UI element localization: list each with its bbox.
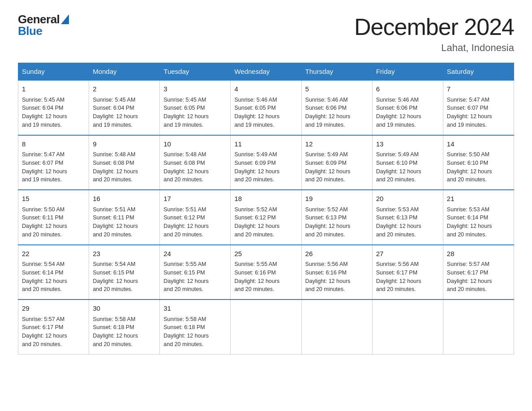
day-number: 26	[305, 249, 369, 259]
day-number: 17	[163, 194, 227, 204]
calendar-cell: 3Sunrise: 5:45 AMSunset: 6:05 PMDaylight…	[160, 80, 231, 135]
title-section: December 2024 Lahat, Indonesia	[354, 13, 514, 54]
calendar-cell: 7Sunrise: 5:47 AMSunset: 6:07 PMDaylight…	[443, 80, 514, 135]
day-detail: Sunrise: 5:57 AMSunset: 6:17 PMDaylight:…	[22, 315, 85, 349]
calendar-week-row-3: 15Sunrise: 5:50 AMSunset: 6:11 PMDayligh…	[18, 190, 514, 245]
day-number: 16	[93, 194, 156, 204]
calendar-cell: 6Sunrise: 5:46 AMSunset: 6:06 PMDaylight…	[372, 80, 443, 135]
weekday-header-tuesday: Tuesday	[160, 63, 231, 81]
day-number: 24	[163, 249, 227, 259]
day-detail: Sunrise: 5:53 AMSunset: 6:13 PMDaylight:…	[376, 206, 439, 239]
calendar-cell: 1Sunrise: 5:45 AMSunset: 6:04 PMDaylight…	[18, 80, 89, 135]
calendar-cell: 11Sunrise: 5:49 AMSunset: 6:09 PMDayligh…	[231, 135, 301, 190]
weekday-header-saturday: Saturday	[443, 63, 514, 81]
day-number: 2	[93, 84, 156, 94]
day-detail: Sunrise: 5:54 AMSunset: 6:14 PMDaylight:…	[22, 260, 85, 294]
day-number: 15	[22, 194, 85, 204]
calendar-cell: 14Sunrise: 5:50 AMSunset: 6:10 PMDayligh…	[443, 135, 514, 190]
page-header: General Blue December 2024 Lahat, Indone…	[18, 13, 514, 54]
calendar-cell: 27Sunrise: 5:56 AMSunset: 6:17 PMDayligh…	[372, 245, 443, 300]
calendar-cell	[231, 300, 301, 354]
calendar-cell: 31Sunrise: 5:58 AMSunset: 6:18 PMDayligh…	[160, 300, 231, 354]
day-detail: Sunrise: 5:54 AMSunset: 6:15 PMDaylight:…	[93, 260, 156, 294]
day-number: 5	[305, 84, 369, 94]
day-detail: Sunrise: 5:49 AMSunset: 6:09 PMDaylight:…	[305, 150, 369, 184]
weekday-header-thursday: Thursday	[301, 63, 372, 81]
day-number: 3	[163, 84, 227, 94]
day-number: 18	[234, 194, 297, 204]
day-number: 21	[447, 194, 510, 204]
calendar-cell: 8Sunrise: 5:47 AMSunset: 6:07 PMDaylight…	[18, 135, 89, 190]
day-detail: Sunrise: 5:45 AMSunset: 6:04 PMDaylight:…	[93, 96, 156, 129]
logo-blue-text: Blue	[18, 25, 69, 37]
day-detail: Sunrise: 5:58 AMSunset: 6:18 PMDaylight:…	[163, 315, 227, 349]
day-detail: Sunrise: 5:51 AMSunset: 6:11 PMDaylight:…	[93, 206, 156, 239]
calendar-cell: 21Sunrise: 5:53 AMSunset: 6:14 PMDayligh…	[443, 190, 514, 245]
day-number: 1	[22, 84, 85, 94]
day-detail: Sunrise: 5:51 AMSunset: 6:12 PMDaylight:…	[163, 206, 227, 239]
calendar-cell: 13Sunrise: 5:49 AMSunset: 6:10 PMDayligh…	[372, 135, 443, 190]
calendar-cell: 12Sunrise: 5:49 AMSunset: 6:09 PMDayligh…	[301, 135, 372, 190]
calendar-cell: 9Sunrise: 5:48 AMSunset: 6:08 PMDaylight…	[89, 135, 160, 190]
calendar-cell: 18Sunrise: 5:52 AMSunset: 6:12 PMDayligh…	[231, 190, 301, 245]
day-number: 11	[234, 139, 297, 150]
day-detail: Sunrise: 5:53 AMSunset: 6:14 PMDaylight:…	[447, 206, 510, 239]
calendar-subtitle: Lahat, Indonesia	[354, 42, 514, 54]
day-number: 8	[22, 139, 85, 150]
day-number: 7	[447, 84, 510, 94]
calendar-cell: 24Sunrise: 5:55 AMSunset: 6:15 PMDayligh…	[160, 245, 231, 300]
day-detail: Sunrise: 5:46 AMSunset: 6:06 PMDaylight:…	[376, 96, 439, 129]
svg-marker-0	[61, 14, 69, 24]
day-detail: Sunrise: 5:56 AMSunset: 6:17 PMDaylight:…	[376, 260, 439, 294]
day-detail: Sunrise: 5:46 AMSunset: 6:05 PMDaylight:…	[234, 96, 297, 129]
calendar-cell: 4Sunrise: 5:46 AMSunset: 6:05 PMDaylight…	[231, 80, 301, 135]
day-number: 20	[376, 194, 439, 204]
day-detail: Sunrise: 5:49 AMSunset: 6:09 PMDaylight:…	[234, 150, 297, 184]
day-number: 9	[93, 139, 156, 150]
day-detail: Sunrise: 5:56 AMSunset: 6:16 PMDaylight:…	[305, 260, 369, 294]
calendar-week-row-2: 8Sunrise: 5:47 AMSunset: 6:07 PMDaylight…	[18, 135, 514, 190]
day-detail: Sunrise: 5:49 AMSunset: 6:10 PMDaylight:…	[376, 150, 439, 184]
day-detail: Sunrise: 5:45 AMSunset: 6:04 PMDaylight:…	[22, 96, 85, 129]
day-number: 12	[305, 139, 369, 150]
day-number: 25	[234, 249, 297, 259]
calendar-cell: 29Sunrise: 5:57 AMSunset: 6:17 PMDayligh…	[18, 300, 89, 354]
day-detail: Sunrise: 5:50 AMSunset: 6:11 PMDaylight:…	[22, 206, 85, 239]
calendar-cell: 30Sunrise: 5:58 AMSunset: 6:18 PMDayligh…	[89, 300, 160, 354]
calendar-cell: 15Sunrise: 5:50 AMSunset: 6:11 PMDayligh…	[18, 190, 89, 245]
logo: General Blue	[18, 13, 69, 37]
calendar-cell: 23Sunrise: 5:54 AMSunset: 6:15 PMDayligh…	[89, 245, 160, 300]
calendar-cell	[372, 300, 443, 354]
weekday-header-sunday: Sunday	[18, 63, 89, 81]
calendar-cell	[443, 300, 514, 354]
day-detail: Sunrise: 5:57 AMSunset: 6:17 PMDaylight:…	[447, 260, 510, 294]
calendar-week-row-1: 1Sunrise: 5:45 AMSunset: 6:04 PMDaylight…	[18, 80, 514, 135]
logo-general-text: General	[18, 13, 60, 25]
calendar-title: December 2024	[354, 13, 514, 40]
day-number: 6	[376, 84, 439, 94]
calendar-cell: 20Sunrise: 5:53 AMSunset: 6:13 PMDayligh…	[372, 190, 443, 245]
calendar-week-row-4: 22Sunrise: 5:54 AMSunset: 6:14 PMDayligh…	[18, 245, 514, 300]
weekday-header-wednesday: Wednesday	[231, 63, 301, 81]
day-number: 29	[22, 304, 85, 314]
calendar-cell: 10Sunrise: 5:48 AMSunset: 6:08 PMDayligh…	[160, 135, 231, 190]
day-number: 22	[22, 249, 85, 259]
calendar-week-row-5: 29Sunrise: 5:57 AMSunset: 6:17 PMDayligh…	[18, 300, 514, 354]
weekday-header-monday: Monday	[89, 63, 160, 81]
day-number: 14	[447, 139, 510, 150]
day-detail: Sunrise: 5:52 AMSunset: 6:12 PMDaylight:…	[234, 206, 297, 239]
weekday-header-friday: Friday	[372, 63, 443, 81]
day-detail: Sunrise: 5:47 AMSunset: 6:07 PMDaylight:…	[447, 96, 510, 129]
day-number: 19	[305, 194, 369, 204]
day-number: 13	[376, 139, 439, 150]
day-number: 23	[93, 249, 156, 259]
day-detail: Sunrise: 5:48 AMSunset: 6:08 PMDaylight:…	[163, 150, 227, 184]
calendar-cell: 5Sunrise: 5:46 AMSunset: 6:06 PMDaylight…	[301, 80, 372, 135]
day-detail: Sunrise: 5:50 AMSunset: 6:10 PMDaylight:…	[447, 150, 510, 184]
day-number: 10	[163, 139, 227, 150]
logo-triangle-icon	[61, 14, 69, 24]
calendar-table: SundayMondayTuesdayWednesdayThursdayFrid…	[18, 63, 514, 355]
calendar-cell: 2Sunrise: 5:45 AMSunset: 6:04 PMDaylight…	[89, 80, 160, 135]
calendar-cell: 17Sunrise: 5:51 AMSunset: 6:12 PMDayligh…	[160, 190, 231, 245]
weekday-header-row: SundayMondayTuesdayWednesdayThursdayFrid…	[18, 63, 514, 81]
